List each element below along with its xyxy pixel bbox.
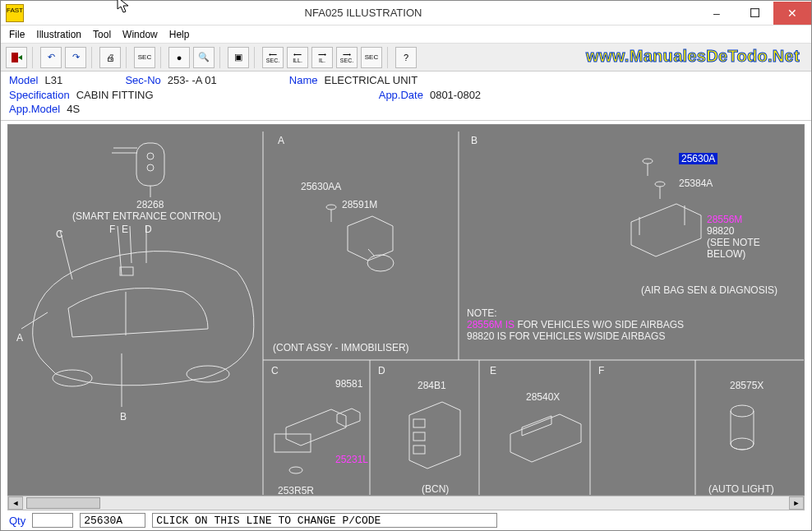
- titlebar: FAST NFA025 ILLUSTRATION – ✕: [1, 1, 811, 25]
- spec-value: CABIN FITTING: [76, 88, 372, 103]
- panel-d-label: D: [378, 365, 385, 376]
- menu-file[interactable]: File: [9, 29, 25, 40]
- main-window: FAST NFA025 ILLUSTRATION – ✕ File Illust…: [0, 0, 812, 531]
- car-ref-e: E: [122, 224, 128, 235]
- horizontal-scrollbar[interactable]: ◄ ►: [7, 496, 805, 510]
- svg-rect-35: [275, 434, 311, 452]
- part-25630aa[interactable]: 25630AA: [301, 181, 341, 192]
- svg-line-28: [368, 249, 375, 256]
- appmodel-label: App.Model: [9, 102, 60, 117]
- ill-right-button[interactable]: ⟶IL.: [311, 47, 333, 68]
- exit-icon[interactable]: [6, 47, 27, 68]
- spec-label: Specification: [9, 88, 70, 103]
- note-label: NOTE:: [467, 307, 497, 319]
- statusbar: Qty: [1, 510, 811, 530]
- see-note-label: (SEE NOTE BELOW): [707, 237, 760, 260]
- svg-point-11: [147, 164, 154, 171]
- svg-point-40: [731, 405, 754, 417]
- smart-entrance-label: (SMART ENTRANCE CONTROL): [72, 210, 221, 222]
- part-98820[interactable]: 98820: [707, 225, 734, 237]
- sec-button[interactable]: SEC: [361, 47, 382, 68]
- circle-icon[interactable]: ●: [168, 47, 190, 68]
- illustration-viewer[interactable]: A B C D E F 28268 (SMART ENTRANCE CONTRO…: [7, 124, 805, 496]
- svg-rect-37: [413, 419, 425, 427]
- svg-rect-38: [413, 432, 425, 441]
- car-ref-d: D: [145, 224, 152, 235]
- scroll-thumb[interactable]: [26, 497, 100, 509]
- svg-point-41: [731, 438, 754, 450]
- part-98581[interactable]: 98581: [335, 378, 362, 390]
- svg-rect-39: [413, 446, 425, 454]
- part-25630a-selected[interactable]: 25630A: [679, 153, 717, 164]
- menubar: File Illustration Tool Window Help: [1, 25, 811, 44]
- sec-left-button[interactable]: ⟵SEC.: [262, 47, 284, 68]
- note-line1: 28556M IS FOR VEHICLES W/O SIDE AIRBAGS: [467, 319, 684, 330]
- menu-help[interactable]: Help: [169, 29, 190, 40]
- svg-rect-1: [12, 53, 18, 62]
- appmodel-value: 4S: [67, 102, 80, 117]
- grid-icon[interactable]: SEC: [134, 47, 155, 68]
- part-25384a[interactable]: 25384A: [679, 178, 713, 189]
- window-icon[interactable]: ▣: [228, 47, 249, 68]
- svg-point-36: [289, 467, 302, 473]
- zoom-icon[interactable]: 🔍: [193, 47, 215, 68]
- part-input[interactable]: [80, 513, 145, 528]
- app-icon: FAST: [6, 4, 24, 22]
- toolbar: ↶ ↷ 🖨 SEC ● 🔍 ▣ ⟵SEC. ⟵ILL. ⟶IL. ⟶SEC. S…: [1, 44, 811, 72]
- qty-input[interactable]: [32, 513, 73, 528]
- car-ref-f: F: [109, 224, 115, 235]
- svg-point-25: [326, 205, 336, 210]
- name-label: Name: [289, 73, 318, 88]
- svg-rect-0: [750, 9, 759, 17]
- panel-e-label: E: [490, 365, 496, 376]
- name-value: ELECTRICAL UNIT: [324, 73, 418, 88]
- part-28591m[interactable]: 28591M: [342, 199, 377, 210]
- svg-point-27: [367, 255, 394, 271]
- car-ref-a: A: [16, 332, 23, 344]
- redo-icon[interactable]: ↷: [65, 47, 86, 68]
- window-title: NFA025 ILLUSTRATION: [29, 7, 698, 19]
- panel-f-label: F: [598, 365, 604, 376]
- scroll-right-button[interactable]: ►: [789, 496, 804, 510]
- hint-input[interactable]: [152, 513, 497, 528]
- note-line2: 98820 IS FOR VEHICLES W/SIDE AIRBAGS: [467, 330, 665, 342]
- menu-illustration[interactable]: Illustration: [36, 29, 81, 40]
- svg-point-29: [643, 159, 653, 164]
- svg-point-10: [147, 153, 154, 159]
- part-253r5r[interactable]: 253R5R: [278, 485, 314, 496]
- car-ref-c: C: [56, 229, 63, 240]
- part-284b1[interactable]: 284B1: [418, 380, 446, 391]
- print-icon[interactable]: 🖨: [99, 47, 121, 68]
- svg-line-20: [130, 226, 131, 263]
- help-icon[interactable]: ?: [395, 47, 417, 68]
- part-25231l[interactable]: 25231L: [335, 454, 368, 465]
- part-28268[interactable]: 28268: [136, 199, 164, 210]
- part-28540x[interactable]: 28540X: [526, 391, 560, 403]
- sec-right-button[interactable]: ⟶SEC.: [336, 47, 358, 68]
- part-28575x[interactable]: 28575X: [730, 380, 764, 391]
- maximize-button[interactable]: [736, 2, 773, 25]
- appdate-value: 0801-0802: [430, 88, 481, 103]
- close-button[interactable]: ✕: [773, 2, 811, 25]
- watermark-text: www.ManualesDeTodo.Net: [586, 47, 800, 66]
- panel-c-label: C: [271, 365, 279, 376]
- ill-left-button[interactable]: ⟵ILL.: [287, 47, 308, 68]
- info-panel: Model L31 Sec-No 253- -A 01 Name ELECTRI…: [1, 72, 811, 121]
- car-ref-b: B: [120, 411, 127, 422]
- appdate-label: App.Date: [379, 88, 423, 103]
- svg-point-31: [655, 182, 665, 187]
- panel-a-label: A: [278, 135, 284, 146]
- qty-label: Qty: [9, 515, 25, 527]
- bcn-label: (BCN): [422, 483, 449, 495]
- scroll-left-button[interactable]: ◄: [8, 496, 23, 510]
- menu-window[interactable]: Window: [122, 29, 158, 40]
- svg-point-15: [53, 370, 92, 386]
- part-28556m[interactable]: 28556M: [707, 214, 742, 225]
- secno-label: Sec-No: [125, 73, 160, 88]
- secno-value: 253- -A 01: [168, 73, 283, 88]
- minimize-button[interactable]: –: [698, 2, 736, 25]
- menu-tool[interactable]: Tool: [93, 29, 111, 40]
- undo-icon[interactable]: ↶: [40, 47, 62, 68]
- svg-point-16: [187, 366, 229, 382]
- model-label: Model: [9, 73, 38, 88]
